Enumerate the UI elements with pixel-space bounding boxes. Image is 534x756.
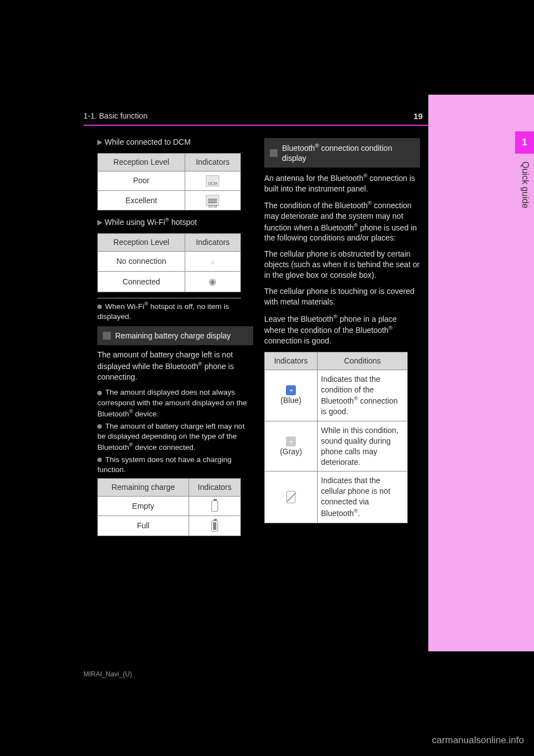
table-row: No connection ⁎	[98, 251, 241, 272]
indicator-label: (Blue)	[280, 396, 301, 405]
table-header-row: Reception Level Indicators	[98, 233, 241, 251]
side-tab-bar	[428, 95, 534, 651]
heading-text: Remaining battery charge display	[115, 331, 231, 341]
side-tab-label: Quick guide	[520, 161, 531, 234]
col-head: Indicators	[265, 352, 318, 370]
indicator-label: (Gray)	[280, 447, 302, 456]
wifi-caption: While using Wi-Fi® hotspot	[97, 216, 253, 228]
round-bullet-icon	[97, 458, 102, 462]
table-row: Full	[98, 516, 241, 536]
indicator-cell: ⁎	[185, 251, 240, 272]
condition-cell: Indicates that the condition of the Blue…	[318, 370, 408, 421]
col-head: Reception Level	[98, 233, 185, 251]
indicator-cell: ⌁ (Gray)	[265, 421, 318, 472]
no-phone-icon	[286, 491, 295, 503]
wifi-weak-icon: ⁎	[210, 257, 215, 266]
table-row: Indicates that the cellular phone is not…	[265, 472, 408, 523]
col-head: Reception Level	[98, 153, 185, 171]
table-header-row: Reception Level Indicators	[98, 153, 241, 171]
caption-text: While connected to DCM	[105, 138, 191, 146]
col-head: Indicators	[185, 233, 240, 251]
round-bullet-icon	[97, 391, 102, 395]
watermark: carmanualsonline.info	[432, 735, 524, 746]
table-row: Empty	[98, 497, 241, 516]
col-head: Indicators	[189, 479, 240, 497]
level-cell: Excellent	[98, 191, 185, 210]
caption-text: While using Wi-Fi® hotspot	[105, 218, 197, 227]
triangle-bullet-icon	[97, 140, 102, 145]
indicator-cell: ⌁ (Blue)	[265, 370, 318, 421]
bluetooth-gray-icon: ⌁	[286, 436, 296, 446]
section-heading-battery: Remaining battery charge display	[97, 326, 253, 345]
bt-paragraph: Leave the Bluetooth® phone in a place wh…	[264, 313, 420, 346]
dcm-signal-excellent-icon: DCM	[206, 195, 219, 206]
battery-note: The amount displayed does not always cor…	[97, 387, 253, 419]
condition-cell: While in this condition, sound quality d…	[318, 421, 408, 472]
level-cell: Full	[98, 516, 189, 536]
level-cell: Poor	[98, 171, 185, 190]
dcm-caption: While connected to DCM	[97, 137, 253, 148]
bt-paragraph: An antenna for the Bluetooth® connection…	[264, 172, 420, 194]
page-number: 19	[413, 111, 423, 121]
condition-cell: Indicates that the cellular phone is not…	[318, 472, 408, 523]
heading-square-icon	[270, 149, 278, 157]
level-cell: No connection	[98, 251, 185, 272]
section-heading-bluetooth: Bluetooth® connection condition display	[264, 138, 420, 168]
level-cell: Empty	[98, 497, 189, 516]
battery-note: This system does not have a charging fun…	[97, 455, 253, 475]
battery-full-icon	[211, 521, 218, 532]
table-row: ⌁ (Gray) While in this condition, sound …	[265, 421, 408, 472]
wifi-note: When Wi-Fi® hotspot is off, no item is d…	[97, 301, 253, 322]
chapter-number-badge: 1	[515, 131, 534, 154]
indicator-cell	[189, 516, 240, 536]
col-head: Conditions	[318, 352, 408, 370]
bt-condition: The cellular phone is obstructed by cert…	[264, 249, 420, 281]
round-bullet-icon	[97, 424, 102, 429]
right-column: Bluetooth® connection condition display …	[264, 134, 420, 529]
indicator-cell	[189, 497, 240, 516]
running-head: 1-1. Basic function	[83, 111, 147, 120]
table-header-row: Remaining charge Indicators	[98, 479, 241, 497]
indicator-cell: DCM	[185, 191, 240, 210]
header-rule	[83, 125, 428, 126]
indicator-cell: DCM	[185, 171, 240, 190]
bluetooth-blue-icon: ⌁	[286, 385, 296, 395]
heading-square-icon	[103, 332, 111, 340]
bt-paragraph: The condition of the Bluetooth® connecti…	[264, 199, 420, 243]
dcm-reception-table: Reception Level Indicators Poor DCM Exce…	[97, 153, 241, 210]
triangle-bullet-icon	[97, 220, 102, 225]
imposition-line: MIRAI_Navi_(U)	[83, 670, 132, 678]
bluetooth-condition-table: Indicators Conditions ⌁ (Blue) Indicates…	[264, 352, 408, 523]
indicator-cell: ◉	[185, 272, 240, 292]
battery-empty-icon	[211, 500, 218, 512]
wifi-connected-icon: ◉	[209, 277, 216, 286]
left-column: While connected to DCM Reception Level I…	[97, 134, 253, 542]
indicator-cell	[265, 472, 318, 523]
table-row: Connected ◉	[98, 272, 241, 292]
battery-charge-table: Remaining charge Indicators Empty Full	[97, 478, 241, 536]
bt-condition: The cellular phone is touching or is cov…	[264, 286, 420, 307]
wifi-reception-table: Reception Level Indicators No connection…	[97, 233, 241, 292]
table-row: Excellent DCM	[98, 191, 241, 210]
heading-text: Bluetooth® connection condition display	[282, 143, 414, 163]
dcm-signal-poor-icon: DCM	[206, 175, 219, 186]
table-header-row: Indicators Conditions	[265, 352, 408, 370]
col-head: Remaining charge	[98, 479, 189, 497]
table-row: ⌁ (Blue) Indicates that the condition of…	[265, 370, 408, 421]
level-cell: Connected	[98, 272, 185, 292]
battery-intro: The amount of battery charge left is not…	[97, 350, 253, 382]
table-row: Poor DCM	[98, 171, 241, 190]
round-bullet-icon	[97, 305, 102, 309]
divider	[97, 298, 241, 298]
col-head: Indicators	[185, 153, 240, 171]
battery-note: The amount of battery charge left may no…	[97, 421, 253, 453]
